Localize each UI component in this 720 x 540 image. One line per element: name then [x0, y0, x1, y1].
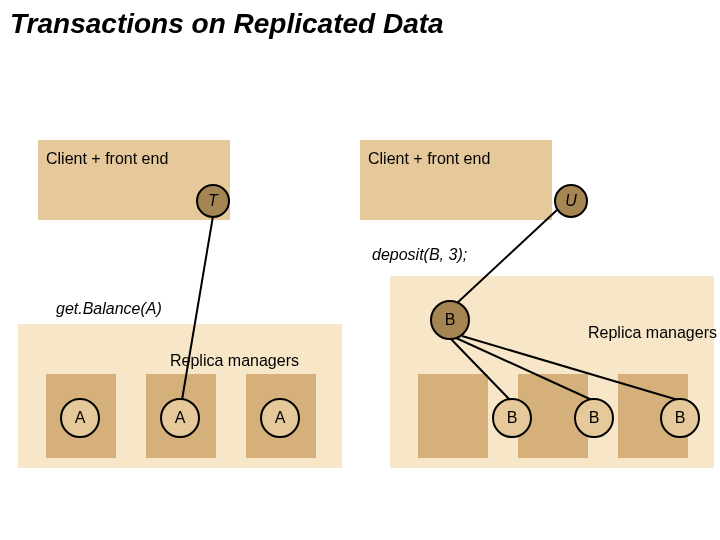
left-replica-label: Replica managers	[170, 352, 299, 370]
right-node-2: B	[660, 398, 700, 438]
tx-disc-u: U	[554, 184, 588, 218]
page-title: Transactions on Replicated Data	[10, 8, 444, 40]
right-node-0-label: B	[507, 409, 518, 427]
left-node-2-label: A	[275, 409, 286, 427]
left-node-1-label: A	[175, 409, 186, 427]
left-client-label: Client + front end	[46, 150, 168, 168]
tx-disc-t: T	[196, 184, 230, 218]
left-node-0-label: A	[75, 409, 86, 427]
right-top-b-disc: B	[430, 300, 470, 340]
right-node-1: B	[574, 398, 614, 438]
op-label-deposit: deposit(B, 3);	[372, 246, 467, 264]
right-node-0: B	[492, 398, 532, 438]
right-replica-label: Replica managers	[588, 324, 717, 342]
tx-label-t: T	[208, 192, 218, 210]
right-client-label: Client + front end	[368, 150, 490, 168]
op-label-getbalance: get.Balance(A)	[56, 300, 162, 318]
left-node-1: A	[160, 398, 200, 438]
left-node-2: A	[260, 398, 300, 438]
diagram-stage: Transactions on Replicated Data Client +…	[0, 0, 720, 540]
right-node-2-label: B	[675, 409, 686, 427]
right-top-b-label: B	[445, 311, 456, 329]
left-node-0: A	[60, 398, 100, 438]
tx-label-u: U	[565, 192, 577, 210]
right-node-1-label: B	[589, 409, 600, 427]
right-node-box-0	[418, 374, 488, 458]
